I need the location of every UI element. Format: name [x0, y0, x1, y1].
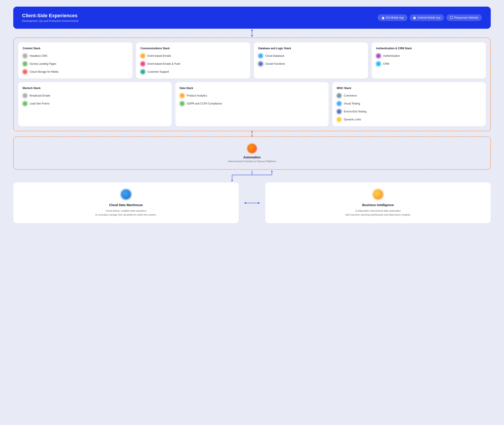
- cloud-storage-item: Cloud Storage for Media: [23, 69, 128, 74]
- auth-stack-card: Authentication & CRM Stack Authenticatio…: [372, 42, 486, 79]
- communications-stack-title: Communications Stack: [140, 47, 246, 50]
- cloud-database-dot: [258, 53, 263, 58]
- svg-marker-10: [231, 180, 233, 182]
- event-emails-dot: [140, 53, 145, 58]
- android-mobile-btn[interactable]: Android Mobile App: [410, 14, 444, 21]
- authentication-dot: [376, 53, 381, 58]
- ios-mobile-btn[interactable]: iOS Mobile App: [378, 14, 407, 21]
- cloud-storage-label: Cloud Storage for Media: [30, 70, 58, 73]
- e2e-testing-item: End-to-End Testing: [337, 109, 481, 114]
- responsive-website-btn[interactable]: Responsive Website: [446, 14, 482, 21]
- gdpr-label: GDPR and CCPA Compliance: [187, 102, 222, 105]
- crm-item: CRM: [376, 61, 481, 66]
- event-emails-item: Event-based Emails: [140, 53, 246, 58]
- visual-testing-dot: [337, 101, 341, 106]
- dynamic-links-item: Dynamic Links: [337, 117, 481, 122]
- crm-label: CRM: [383, 62, 389, 65]
- customer-support-label: Customer Support: [147, 70, 169, 73]
- event-emails-push-label: Event-based Emails & Push: [147, 62, 180, 65]
- cloud-functions-label: Clould Functions: [265, 62, 285, 65]
- top-stacks-grid: Content Stack Headless CMS Survey Landin…: [18, 42, 486, 79]
- bottom-cards-row: Cloud Data Warehouse Cloud-based, scalab…: [13, 182, 491, 223]
- database-stack-title: Database and Logic Stack: [258, 47, 364, 50]
- headless-cms-label: Headless CMS: [30, 54, 47, 57]
- dynamic-links-label: Dynamic Links: [344, 118, 361, 121]
- e2e-testing-dot: [337, 109, 341, 114]
- automation-blob: [247, 144, 257, 153]
- banner-title: Client-Side Experiences: [22, 13, 78, 19]
- svg-marker-5: [251, 135, 253, 137]
- orange-bidirectional-arrow: [251, 131, 253, 137]
- commerce-label: Commerce: [344, 94, 357, 97]
- commerce-dot: [337, 93, 341, 98]
- automation-section: Automation Interconnects Functions of Va…: [13, 137, 491, 170]
- headless-cms-item: Headless CMS: [23, 53, 128, 58]
- android-icon: [413, 16, 416, 19]
- broadcast-emails-label: Broadcast Emails: [30, 94, 50, 97]
- apple-icon: [381, 16, 384, 19]
- banner-buttons: iOS Mobile App Android Mobile App Respon…: [378, 14, 482, 21]
- crm-dot: [376, 61, 381, 66]
- martech-stack-title: Martech Stack: [23, 86, 167, 90]
- auth-stack-title: Authentication & CRM Stack: [376, 47, 481, 50]
- stacks-to-automation-connector: [13, 131, 491, 137]
- event-emails-push-dot: [140, 61, 145, 66]
- stacks-section: Content Stack Headless CMS Survey Landin…: [13, 38, 491, 131]
- lead-gen-item: Lead Gen Forms: [23, 101, 167, 106]
- cloud-dw-blob: [121, 189, 131, 200]
- cloud-dw-title: Cloud Data Warehouse: [19, 203, 233, 207]
- svg-marker-3: [251, 29, 253, 31]
- survey-pages-item: Survey Landing Pages: [23, 61, 128, 66]
- gdpr-dot: [180, 101, 184, 106]
- event-emails-label: Event-based Emails: [147, 54, 171, 57]
- cloud-functions-dot: [258, 61, 263, 66]
- banner-left: Client-Side Experiences Development, QA …: [22, 13, 78, 23]
- broadcast-emails-dot: [23, 93, 27, 98]
- lead-gen-dot: [23, 101, 27, 106]
- visual-testing-label: Visual Testing: [344, 102, 360, 105]
- bi-title: Business Intelligence: [271, 203, 485, 207]
- misc-stack-title: MISC Stack: [337, 86, 481, 90]
- bottom-stacks-grid: Martech Stack Broadcast Emails Lead Gen …: [18, 82, 486, 126]
- cloud-database-item: Cloud Database: [258, 53, 364, 58]
- client-banner: Client-Side Experiences Development, QA …: [13, 7, 491, 29]
- cloud-database-label: Cloud Database: [265, 54, 284, 57]
- h-arrow-connector: [243, 203, 261, 203]
- banner-to-stacks-connector: [13, 29, 491, 38]
- lead-gen-label: Lead Gen Forms: [30, 102, 49, 105]
- ios-btn-label: iOS Mobile App: [386, 16, 404, 19]
- event-emails-push-item: Event-based Emails & Push: [140, 61, 246, 66]
- commerce-item: Commerce: [337, 93, 481, 98]
- bi-blob: [373, 189, 383, 200]
- authentication-item: Authentication: [376, 53, 481, 58]
- survey-pages-label: Survey Landing Pages: [30, 62, 56, 65]
- product-analytics-label: Product Analytics: [187, 94, 207, 97]
- broadcast-emails-item: Broadcast Emails: [23, 93, 167, 98]
- automation-title: Automation: [18, 155, 486, 159]
- database-stack-card: Database and Logic Stack Cloud Database …: [254, 42, 368, 79]
- cloud-dw-desc: Cloud-based, scalable data repositoryto …: [19, 209, 233, 217]
- dynamic-links-dot: [337, 117, 341, 122]
- bi-card: Business Intelligence Configurable cloud…: [265, 182, 491, 223]
- bi-desc: Configurable cloud-based data exploratio…: [271, 209, 485, 217]
- svg-rect-0: [450, 16, 453, 18]
- martech-stack-card: Martech Stack Broadcast Emails Lead Gen …: [18, 82, 172, 126]
- svg-marker-6: [251, 131, 253, 132]
- data-stack-card: Data Stack Product Analytics GDPR and CC…: [175, 82, 329, 126]
- svg-marker-14: [271, 171, 273, 172]
- survey-pages-dot: [23, 61, 27, 66]
- visual-testing-item: Visual Testing: [337, 101, 481, 106]
- headless-cms-dot: [23, 53, 27, 58]
- svg-marker-2: [251, 35, 253, 37]
- customer-support-dot: [140, 69, 145, 74]
- e2e-testing-label: End-to-End Testing: [344, 110, 366, 113]
- content-stack-title: Content Stack: [23, 47, 128, 50]
- down-arrow-svg: [251, 29, 253, 37]
- automation-subtitle: Interconnects Functions of Various Platf…: [18, 160, 486, 163]
- android-btn-label: Android Mobile App: [418, 16, 441, 19]
- cloud-storage-dot: [23, 69, 27, 74]
- banner-subtitle: Development, QA and Production Environme…: [22, 20, 78, 23]
- h-arrow-line: [245, 203, 259, 203]
- authentication-label: Authentication: [383, 54, 400, 57]
- misc-stack-card: MISC Stack Commerce Visual Testing End-t…: [332, 82, 486, 126]
